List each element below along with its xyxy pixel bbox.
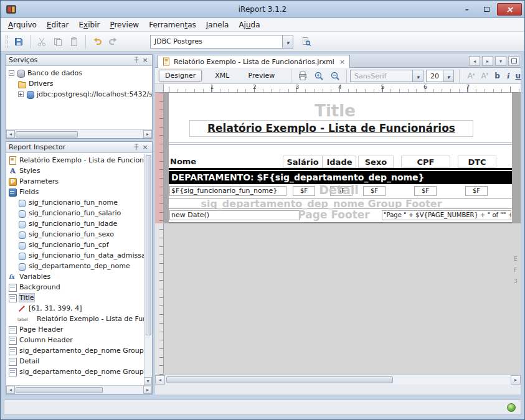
datasource-combobox[interactable]: JDBC Postgres [150,35,293,49]
tree-node-sig-funcionario-fun-nome[interactable]: sig_funcionario_fun_nome [6,197,144,208]
grow-font-button[interactable]: A [468,72,475,80]
page-footer-page-field[interactable]: "Page " + $V{PAGE_NUMBER} + " of "" + $V [382,210,511,220]
tree-node-61-31-399-4[interactable]: [61, 31, 399, 4] [6,303,144,314]
expand-plus-icon[interactable] [18,91,24,97]
tree-node-fields[interactable]: Fields [6,187,144,197]
scroll-down-icon[interactable] [144,377,152,385]
view-button-preview[interactable]: Preview [242,70,280,81]
zoom-in-button[interactable] [311,68,327,84]
tree-node-sig-funcionario-fun-idade[interactable]: sig_funcionario_fun_idade [6,218,144,229]
font-family-combobox[interactable]: SansSerif [350,70,423,82]
pin-icon[interactable] [132,56,141,64]
close-panel-icon[interactable] [141,56,149,64]
scroll-right-icon[interactable] [143,386,152,394]
column-header-idade[interactable]: Idade [323,156,356,168]
cut-button[interactable] [34,34,50,50]
tree-node-jdbc-postgresql-localhost-5432-si[interactable]: jdbc:postgresql://localhost:5432/si [6,89,152,100]
scroll-left-icon[interactable] [155,375,165,385]
scroll-right-icon[interactable] [143,130,152,138]
column-header-dtc[interactable]: DTC [458,156,496,168]
maximize-button[interactable] [477,3,496,16]
menu-preview[interactable]: Preview [105,18,144,32]
tree-node-styles[interactable]: Styles [6,166,144,176]
save-button[interactable] [11,34,27,50]
column-header-cpf[interactable]: CPF [401,156,450,168]
redo-button[interactable] [105,34,121,50]
scroll-left-icon[interactable] [6,130,15,138]
detail-name-field[interactable]: $F{sig_funcionario_fun_nome} [169,186,286,196]
tree-node-sig-departamento-dep-nome[interactable]: sig_departamento_dep_nome [6,261,144,271]
document-tab[interactable]: Relatório Exemplo - Lista de Funcionário… [158,55,350,68]
scroll-tabs-left-button[interactable] [469,56,480,66]
report-query-button[interactable] [298,34,315,50]
tree-node-sig-funcionario-fun-cpf[interactable]: sig_funcionario_fun_cpf [6,240,144,250]
print-button[interactable] [295,68,311,84]
tree-node-parameters[interactable]: Parameters [6,176,144,187]
detail-field-3[interactable]: $F [363,186,385,196]
bold-button[interactable]: b [494,72,500,80]
tree-node-sig-departamento-dep-nome-group-fo[interactable]: sig_departamento_dep_nome Group Fo [6,366,144,377]
tab-close-icon[interactable] [339,58,345,66]
tree-node-relat-rio-exemplo-lista-de-funcion-rios[interactable]: Relatório Exemplo - Lista de Funcionário… [6,155,144,166]
design-canvas[interactable]: Title Relatório Exemplo - Lista de Funci… [164,93,521,385]
tree-node-drivers[interactable]: Drivers [6,78,152,89]
tree-node-banco-de-dados[interactable]: Banco de dados [6,68,152,78]
services-hscrollbar[interactable] [6,129,152,138]
expand-minus-icon[interactable] [9,70,14,76]
tree-node-page-header[interactable]: Page Header [6,324,144,335]
group-header-field[interactable]: DEPARTAMENTO: $F{sig_departamento_dep_no… [169,171,512,184]
pin-icon[interactable] [132,143,141,151]
tree-node-sig-funcionario-fun-data-admissac[interactable]: sig_funcionario_fun_data_admissac [6,250,144,261]
scroll-left-icon[interactable] [6,386,15,394]
view-button-designer[interactable]: Designer [159,70,202,82]
tree-node-title[interactable]: Title [6,292,144,303]
column-header-sexo[interactable]: Sexo [358,156,394,168]
inspector-hscrollbar[interactable] [6,385,152,394]
scroll-right-icon[interactable] [511,375,521,385]
inspector-panel-header[interactable]: Report Inspector [6,142,152,153]
tree-node-variables[interactable]: Variables [6,271,144,282]
tree-node-relat-rio-exemplo-lista-de-funcior[interactable]: Relatório Exemplo - Lista de Funcior [6,314,144,324]
font-size-dropdown-button[interactable] [443,70,453,82]
status-indicator-icon[interactable] [507,403,516,412]
scroll-thumb[interactable] [16,131,78,138]
tab-list-dropdown-button[interactable] [495,56,506,66]
report-title-label[interactable]: Relatório Exemplo - Lista de Funcionário… [189,120,473,137]
menu-arquivo[interactable]: Arquivo [3,18,42,32]
scroll-thumb[interactable] [16,387,103,393]
menu-ferramentas[interactable]: Ferramentas [144,18,201,32]
detail-field-5[interactable]: $F [465,186,488,196]
tree-node-background[interactable]: Background [6,282,144,292]
font-size-combobox[interactable]: 20 [426,70,454,82]
minimize-button[interactable] [457,3,476,16]
shrink-font-button[interactable]: A [481,72,489,80]
page-footer-date-field[interactable]: new Date() [169,210,300,220]
view-button-xml[interactable]: XML [209,70,235,81]
scroll-thumb[interactable] [166,376,393,383]
paste-button[interactable] [66,34,82,50]
tree-node-sig-funcionario-fun-sexo[interactable]: sig_funcionario_fun_sexo [6,229,144,240]
scroll-thumb[interactable] [146,155,151,335]
band-separator[interactable] [169,142,512,143]
tree-node-detail[interactable]: Detail [6,356,144,366]
close-button[interactable] [497,3,522,16]
band-separator[interactable] [169,144,512,145]
undo-button[interactable] [89,34,105,50]
maximize-editor-button[interactable] [508,56,519,66]
tree-node-column-header[interactable]: Column Header [6,335,144,345]
font-family-dropdown-button[interactable] [412,70,423,82]
underline-button[interactable]: u [515,72,521,80]
menu-editar[interactable]: Editar [42,18,74,32]
menu-ajuda[interactable]: Ajuda [234,18,265,32]
services-panel-header[interactable]: Serviços [6,55,152,66]
report-page[interactable]: Title Relatório Exemplo - Lista de Funci… [169,93,512,223]
column-header-nome[interactable]: Nome [170,156,263,168]
scroll-tabs-right-button[interactable] [482,56,493,66]
editor-hscrollbar[interactable] [155,375,521,385]
column-header-sal-rio[interactable]: Salário [283,156,323,168]
inspector-vscrollbar[interactable] [144,154,152,385]
menu-exibir[interactable]: Exibir [74,18,105,32]
detail-field-4[interactable]: $F [414,186,437,196]
tree-node-sig-departamento-dep-nome-group-he[interactable]: sig_departamento_dep_nome Group He [6,345,144,356]
zoom-out-button[interactable] [327,68,343,84]
